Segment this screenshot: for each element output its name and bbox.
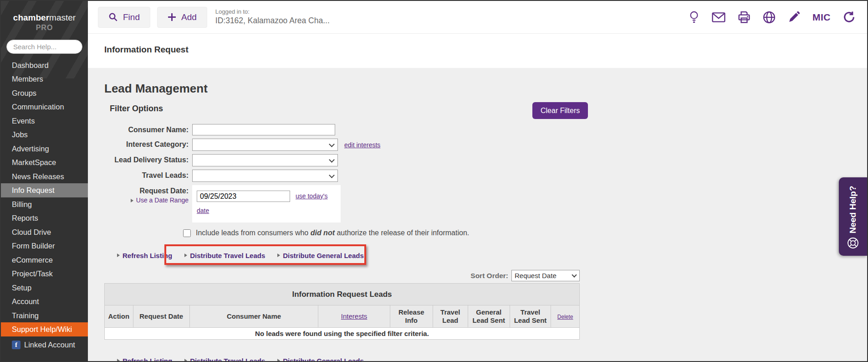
lead-delivery-status-label: Lead Delivery Status: xyxy=(104,154,192,164)
distribute-general-leads-link[interactable]: Distribute General Leads xyxy=(277,252,364,259)
logo-part-regular: master xyxy=(49,13,76,22)
search-icon xyxy=(108,12,118,22)
consumer-name-label: Consumer Name: xyxy=(104,124,192,134)
column-interests-link[interactable]: Interests xyxy=(318,305,390,328)
sidebar-item-dashboard[interactable]: Dashboard xyxy=(1,58,88,72)
logged-in-value: ID:3162, Kalamazoo Area Cha... xyxy=(215,16,330,26)
globe-icon[interactable] xyxy=(763,11,776,24)
sort-order-label: Sort Order: xyxy=(470,272,508,280)
pencil-icon[interactable] xyxy=(788,11,800,23)
sidebar-item-marketspace[interactable]: MarketSpace xyxy=(1,155,88,170)
find-button[interactable]: Find xyxy=(98,7,150,28)
sidebar-item-jobs[interactable]: Jobs xyxy=(1,128,88,142)
sidebar-item-ecommerce[interactable]: eCommerce xyxy=(1,253,88,267)
content-area: Lead Management Filter Options Clear Fil… xyxy=(88,68,867,361)
sidebar-item-project-task[interactable]: Project/Task xyxy=(1,267,88,281)
facebook-icon: f xyxy=(12,341,20,349)
column-general-lead-sent: General Lead Sent xyxy=(468,305,510,328)
consumer-name-input[interactable] xyxy=(192,124,335,135)
table-title: Information Request Leads xyxy=(105,284,580,305)
search-help-input[interactable] xyxy=(6,40,82,54)
request-date-label: Request Date: xyxy=(139,187,189,195)
request-date-input[interactable] xyxy=(197,191,290,202)
include-unauthorized-label: Include leads from consumers who did not… xyxy=(196,229,469,237)
sidebar-item-training[interactable]: Training xyxy=(1,309,88,323)
add-button-label: Add xyxy=(181,12,197,22)
interest-category-select[interactable] xyxy=(192,139,338,151)
column-consumer-name: Consumer Name xyxy=(189,305,318,328)
use-date-range-link[interactable]: Use a Date Range xyxy=(104,197,189,204)
refresh-listing-link[interactable]: Refresh Listing xyxy=(117,252,172,259)
include-unauthorized-checkbox[interactable] xyxy=(183,229,191,237)
sidebar-item-reports[interactable]: Reports xyxy=(1,211,88,225)
column-delete-link[interactable]: Delete xyxy=(551,305,580,328)
triangle-right-icon xyxy=(131,199,133,202)
distribute-general-leads-link-bottom[interactable]: Distribute General Leads xyxy=(277,357,364,362)
information-request-leads-table: Information Request Leads Action Request… xyxy=(104,283,580,340)
triangle-right-icon xyxy=(184,253,187,257)
printer-icon[interactable] xyxy=(738,11,751,24)
need-help-label: Need Help? xyxy=(839,183,867,237)
logged-in-label: Logged in to: xyxy=(215,8,330,16)
sidebar-item-communication[interactable]: Communication xyxy=(1,100,88,114)
sidebar-item-setup[interactable]: Setup xyxy=(1,281,88,295)
action-links-bottom: Refresh Listing Distribute Travel Leads … xyxy=(117,356,867,361)
edit-interests-link[interactable]: edit interests xyxy=(344,141,380,149)
sidebar-item-groups[interactable]: Groups xyxy=(1,86,88,100)
logo-pro-label: PRO xyxy=(1,23,88,32)
sidebar-item-billing[interactable]: Billing xyxy=(1,197,88,212)
column-travel-lead: Travel Lead xyxy=(433,305,468,328)
sidebar-item-account[interactable]: Account xyxy=(1,295,88,309)
sidebar-item-support-help-wiki[interactable]: Support Help/Wiki xyxy=(1,322,88,336)
lead-management-heading: Lead Management xyxy=(104,82,867,96)
triangle-right-icon xyxy=(184,359,187,361)
envelope-icon[interactable] xyxy=(712,12,725,23)
table-header-row: Action Request Date Consumer Name Intere… xyxy=(105,305,580,328)
sidebar-item-info-request[interactable]: Info Request xyxy=(1,183,88,197)
triangle-right-icon xyxy=(117,253,120,257)
sidebar-item-linked-account[interactable]: f Linked Account xyxy=(1,338,88,352)
refresh-listing-link-bottom[interactable]: Refresh Listing xyxy=(117,357,172,362)
mic-shortcut[interactable]: MIC xyxy=(812,12,831,23)
topbar-icons: MIC xyxy=(689,11,855,24)
main-area: Find Add Logged in to: ID:3162, Kalamazo… xyxy=(88,1,867,361)
topbar: Find Add Logged in to: ID:3162, Kalamazo… xyxy=(88,1,867,34)
refresh-icon[interactable] xyxy=(843,11,855,23)
clear-filters-button[interactable]: Clear Filters xyxy=(532,102,588,119)
filter-options-title: Filter Options xyxy=(110,104,163,114)
column-release-info: Release Info xyxy=(390,305,433,328)
lightbulb-icon[interactable] xyxy=(689,11,700,24)
triangle-right-icon xyxy=(117,359,120,361)
breadcrumb-band: Information Request xyxy=(88,34,867,68)
sidebar-item-advertising[interactable]: Advertising xyxy=(1,142,88,156)
sidebar-item-cloud-drive[interactable]: Cloud Drive xyxy=(1,225,88,239)
sidebar-item-news-releases[interactable]: News Releases xyxy=(1,170,88,184)
triangle-right-icon xyxy=(277,253,280,257)
logo-part-bold: chamber xyxy=(13,13,49,22)
sort-order-select[interactable]: Request Date xyxy=(511,270,580,281)
interest-category-label: Interest Category: xyxy=(104,139,192,149)
column-request-date: Request Date xyxy=(133,305,189,328)
table-empty-row: No leads were found using the specified … xyxy=(105,328,580,340)
travel-leads-select[interactable] xyxy=(192,170,338,182)
linked-account-label: Linked Account xyxy=(24,338,75,352)
lead-delivery-status-select[interactable] xyxy=(192,154,338,166)
distribute-travel-leads-link[interactable]: Distribute Travel Leads xyxy=(184,252,265,259)
app-window: chambermaster PRO Dashboard Members Grou… xyxy=(0,0,868,362)
life-ring-icon xyxy=(847,237,859,251)
distribute-travel-leads-link-bottom[interactable]: Distribute Travel Leads xyxy=(184,357,265,362)
add-button[interactable]: Add xyxy=(157,7,207,28)
action-links-top: Refresh Listing Distribute Travel Leads … xyxy=(117,251,867,260)
logged-in-status: Logged in to: ID:3162, Kalamazoo Area Ch… xyxy=(215,8,330,26)
find-button-label: Find xyxy=(123,12,140,22)
triangle-right-icon xyxy=(277,359,280,361)
need-help-tab[interactable]: Need Help? xyxy=(839,177,867,256)
column-travel-lead-sent: Travel Lead Sent xyxy=(510,305,551,328)
chambermaster-logo: chambermaster PRO xyxy=(1,1,88,32)
sidebar-item-events[interactable]: Events xyxy=(1,114,88,128)
sidebar-item-form-builder[interactable]: Form Builder xyxy=(1,239,88,253)
travel-leads-label: Travel Leads: xyxy=(104,170,192,180)
empty-message: No leads were found using the specified … xyxy=(105,328,580,340)
sidebar-menu: Dashboard Members Groups Communication E… xyxy=(1,58,88,352)
sidebar-item-members[interactable]: Members xyxy=(1,72,88,86)
